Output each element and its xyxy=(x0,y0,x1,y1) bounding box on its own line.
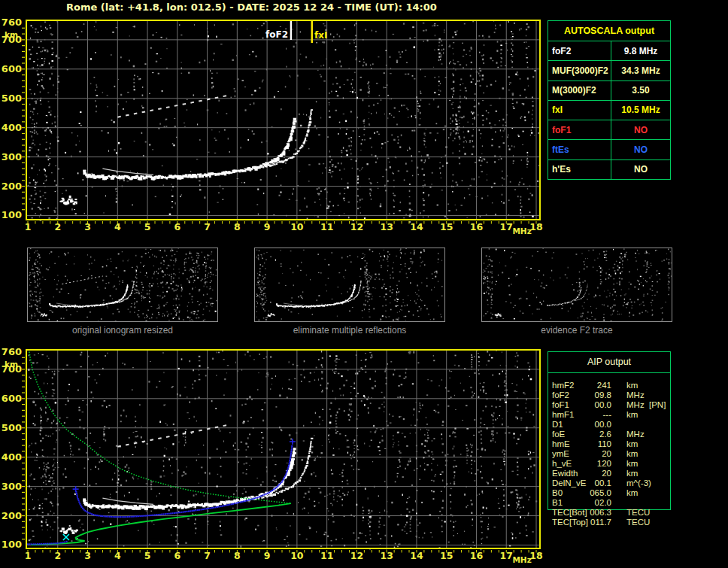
aip-param-value: 00.0 xyxy=(562,400,611,410)
aip-param-value: 20 xyxy=(562,449,611,459)
x-axis-label-1: 1 xyxy=(18,550,38,561)
x-axis-unit: MHz xyxy=(509,554,535,566)
x-axis-label-4: 4 xyxy=(108,221,127,232)
autoscala-param-label: MUF(3000)F2 xyxy=(548,61,611,80)
aip-param-unit: km xyxy=(626,381,638,390)
x-axis-label-16: 16 xyxy=(466,221,486,232)
y-axis-label-400: 400 xyxy=(1,122,22,133)
x-axis-label-9: 9 xyxy=(257,550,277,561)
x-axis-label-13: 13 xyxy=(377,221,396,232)
aip-param-value: 2.6 xyxy=(562,430,611,439)
aip-param-value: 02.0 xyxy=(562,498,611,508)
autoscala-output-table: AUTOSCALA output foF29.8 MHzMUF(3000)F23… xyxy=(548,20,671,180)
foF2-marker-label: foF2 xyxy=(260,29,288,40)
autoscala-window: Rome (lat: +41.8, lon: 012.5) - DATE: 20… xyxy=(0,0,728,568)
x-axis-label-11: 11 xyxy=(317,550,337,561)
x-axis-label-6: 6 xyxy=(168,221,187,232)
autoscala-param-value: 34.3 MHz xyxy=(611,61,670,80)
autoscala-row-ftEs: ftEsNO xyxy=(548,140,670,159)
x-axis-label-7: 7 xyxy=(198,221,217,232)
x-axis-label-12: 12 xyxy=(347,221,366,232)
autoscala-param-value: 3.50 xyxy=(611,81,670,100)
autoscala-param-value: NO xyxy=(611,160,670,179)
x-axis-label-4: 4 xyxy=(108,550,127,561)
aip-param-label: B1 xyxy=(552,498,563,508)
x-axis-label-9: 9 xyxy=(257,221,277,232)
y-axis-label-600: 600 xyxy=(1,63,22,74)
ionogram-top-svg xyxy=(21,18,545,224)
x-axis-label-3: 3 xyxy=(78,221,98,232)
aip-param-extra: [PN] xyxy=(649,400,666,410)
x-axis-label-16: 16 xyxy=(466,550,486,561)
aip-param-unit: km xyxy=(626,410,638,420)
aip-param-value: 110 xyxy=(562,439,611,449)
autoscala-row-h'Es: h'EsNO xyxy=(548,160,670,179)
x-axis-unit: MHz xyxy=(509,226,535,237)
y-axis-label-300: 300 xyxy=(1,151,22,163)
aip-param-unit: km xyxy=(626,459,638,469)
aip-param-value: 241 xyxy=(562,381,611,390)
x-axis-label-8: 8 xyxy=(227,221,247,232)
x-axis-label-13: 13 xyxy=(377,550,396,561)
thumbnail-original-svg xyxy=(28,248,217,321)
y-axis-label-500: 500 xyxy=(1,422,22,433)
x-axis-label-6: 6 xyxy=(168,550,187,561)
x-axis-label-14: 14 xyxy=(407,550,426,561)
thumbnail-evidence-f2 xyxy=(481,248,672,322)
aip-param-value: 011.7 xyxy=(562,518,611,527)
autoscala-param-label: fxI xyxy=(548,101,611,120)
autoscala-row-MUF(3000)F2: MUF(3000)F234.3 MHz xyxy=(548,61,670,80)
aip-param-unit: TECU xyxy=(626,518,650,527)
autoscala-table-title: AUTOSCALA output xyxy=(548,21,670,41)
y-axis-label-500: 500 xyxy=(1,93,22,104)
autoscala-row-foF1: foF1NO xyxy=(548,120,670,140)
aip-param-value: 065.0 xyxy=(562,488,611,498)
y-axis-unit: km xyxy=(1,29,22,41)
x-axis-label-3: 3 xyxy=(78,550,98,561)
x-axis-label-11: 11 xyxy=(317,221,337,232)
aip-param-unit: MHz xyxy=(626,430,645,439)
y-axis-unit: km xyxy=(1,359,22,370)
aip-param-value: 09.8 xyxy=(562,390,611,400)
autoscala-param-value: NO xyxy=(611,140,670,159)
ionogram-bottom-svg xyxy=(21,348,545,553)
x-axis-label-15: 15 xyxy=(437,221,457,232)
autoscala-param-label: foF1 xyxy=(548,120,611,139)
x-axis-label-5: 5 xyxy=(138,221,157,232)
aip-param-unit: MHz xyxy=(626,390,645,400)
aip-output-table: AIP output hmF2241kmfoF209.8MHzfoF100.0M… xyxy=(548,351,671,510)
y-axis-label-760: 760 xyxy=(1,17,22,28)
autoscala-param-label: ftEs xyxy=(548,140,611,159)
thumbnail-caption-original: original ionogram resized xyxy=(27,325,218,336)
x-axis-label-2: 2 xyxy=(48,221,68,232)
autoscala-param-value: NO xyxy=(611,120,670,139)
x-axis-label-15: 15 xyxy=(437,550,457,561)
aip-param-unit: MHz xyxy=(626,400,645,410)
station-title: Rome (lat: +41.8, lon: 012.5) - DATE: 20… xyxy=(66,2,437,13)
aip-param-value: 120 xyxy=(562,459,611,469)
autoscala-param-label: M(3000)F2 xyxy=(548,81,611,100)
aip-param-value: 20 xyxy=(562,469,611,478)
aip-param-value: --- xyxy=(562,410,611,420)
aip-param-unit: km xyxy=(626,469,638,478)
autoscala-param-value: 9.8 MHz xyxy=(611,41,670,60)
aip-param-unit: km xyxy=(626,488,638,498)
autoscala-param-label: foF2 xyxy=(548,41,611,60)
y-axis-label-600: 600 xyxy=(1,393,22,404)
x-axis-label-12: 12 xyxy=(347,550,366,561)
y-axis-label-200: 200 xyxy=(1,181,22,192)
x-axis-label-1: 1 xyxy=(18,221,38,232)
aip-param-label: B0 xyxy=(552,488,563,498)
x-axis-label-5: 5 xyxy=(138,550,157,561)
aip-param-unit: TECU xyxy=(626,508,650,518)
x-axis-label-10: 10 xyxy=(287,550,307,561)
y-axis-label-100: 100 xyxy=(1,209,22,220)
autoscala-row-foF2: foF29.8 MHz xyxy=(548,41,670,61)
aip-param-value: 00.0 xyxy=(562,420,611,430)
thumbnail-caption-evidence: evidence F2 trace xyxy=(481,325,672,336)
y-axis-label-100: 100 xyxy=(1,539,22,550)
thumbnail-eliminate-svg xyxy=(255,248,444,321)
y-axis-label-760: 760 xyxy=(1,346,22,357)
thumbnail-eliminate-reflections xyxy=(254,248,445,322)
y-axis-label-300: 300 xyxy=(1,481,22,492)
